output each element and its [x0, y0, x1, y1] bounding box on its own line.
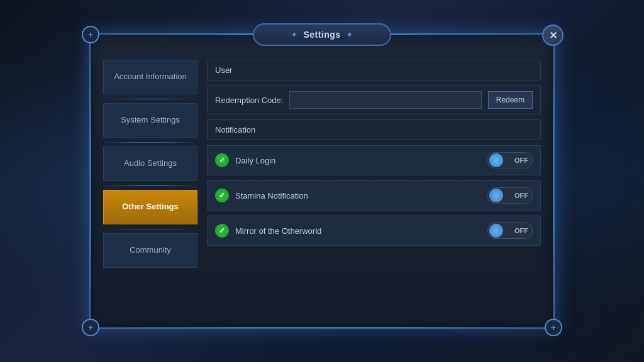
redeem-button[interactable]: Redeem — [488, 91, 533, 109]
modal-overlay: ✦ Settings ✦ ✕ Account Information Syste… — [0, 0, 644, 362]
main-content: User Redemption Code: Redeem Notificatio… — [207, 60, 541, 315]
mirror-label: Mirror of the Otherworld — [235, 226, 481, 236]
close-button[interactable]: ✕ — [542, 25, 564, 46]
user-label: User — [215, 65, 232, 75]
title-deco-left-icon: ✦ — [291, 30, 298, 40]
sidebar-item-audio-settings[interactable]: Audio Settings — [103, 146, 197, 181]
notification-label: Notification — [215, 125, 255, 134]
border-deco-left — [91, 47, 91, 315]
sidebar-divider-3 — [103, 181, 197, 190]
mirror-check-icon — [215, 224, 229, 238]
mirror-toggle-knob — [489, 224, 503, 238]
stamina-label: Stamina Notification — [235, 191, 481, 200]
daily-login-check-icon — [215, 153, 229, 167]
toggle-row-mirror: Mirror of the Otherworld OFF — [207, 216, 541, 246]
daily-login-toggle-knob — [489, 153, 503, 167]
corner-top-left — [82, 26, 99, 43]
sidebar-item-community[interactable]: Community — [103, 233, 197, 268]
daily-login-label: Daily Login — [235, 156, 481, 165]
sidebar-item-system-settings[interactable]: System Settings — [103, 103, 197, 138]
redemption-code-input[interactable] — [289, 91, 481, 109]
toggle-row-stamina: Stamina Notification OFF — [207, 180, 541, 211]
corner-bottom-right — [545, 319, 562, 336]
title-deco-right-icon: ✦ — [346, 30, 353, 40]
toggle-row-daily-login: Daily Login OFF — [207, 145, 541, 175]
notification-bar: Notification — [207, 119, 541, 140]
sidebar-item-other-settings[interactable]: Other Settings — [103, 190, 197, 224]
redemption-label: Redemption Code: — [215, 96, 283, 105]
settings-modal: ✦ Settings ✦ ✕ Account Information Syste… — [89, 33, 555, 329]
sidebar-divider-4 — [103, 224, 197, 233]
modal-title: Settings — [303, 30, 340, 40]
stamina-toggle-state: OFF — [514, 192, 528, 199]
stamina-toggle-knob — [489, 189, 503, 202]
border-deco-right — [553, 47, 553, 315]
daily-login-toggle-state: OFF — [514, 156, 528, 164]
stamina-check-icon — [215, 189, 229, 202]
redemption-row: Redemption Code: Redeem — [207, 85, 541, 114]
modal-title-bar: ✦ Settings ✦ — [253, 23, 391, 46]
user-section-bar: User — [207, 60, 541, 80]
sidebar-divider-1 — [103, 94, 197, 103]
modal-body: Account Information System Settings Audi… — [91, 41, 553, 327]
close-icon: ✕ — [549, 30, 557, 41]
mirror-toggle-state: OFF — [514, 227, 528, 234]
border-deco-bottom — [103, 327, 541, 327]
sidebar: Account Information System Settings Audi… — [103, 60, 197, 315]
stamina-toggle[interactable]: OFF — [487, 187, 533, 204]
sidebar-item-account-information[interactable]: Account Information — [103, 60, 197, 94]
sidebar-divider-2 — [103, 138, 197, 146]
mirror-toggle[interactable]: OFF — [487, 222, 533, 239]
corner-bottom-left — [82, 319, 99, 336]
daily-login-toggle[interactable]: OFF — [487, 152, 533, 168]
